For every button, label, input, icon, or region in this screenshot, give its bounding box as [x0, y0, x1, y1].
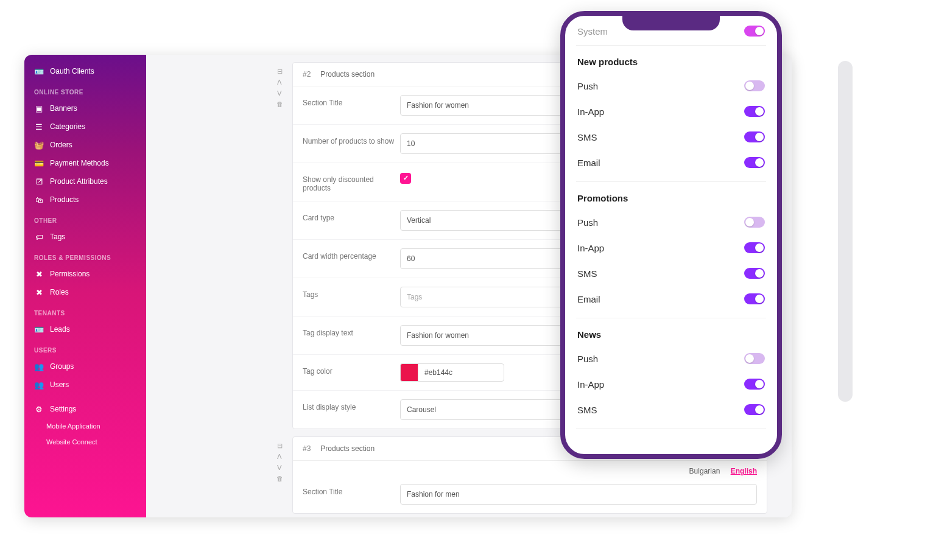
row-label: Push: [577, 217, 598, 228]
row-label: Email: [577, 294, 600, 304]
color-swatch[interactable]: [400, 363, 418, 382]
label: Tag display text: [303, 325, 400, 337]
sidebar-label: Website Connect: [46, 438, 97, 446]
phone-screen: System New products Push In-App SMS Emai…: [565, 16, 777, 459]
sitemap-icon: ⚂: [34, 177, 44, 186]
sidebar-label: Leads: [50, 325, 70, 334]
row-push: Push: [576, 73, 766, 99]
row-sms: SMS: [576, 261, 766, 286]
toggle-sms[interactable]: [744, 268, 765, 279]
sidebar-item-orders[interactable]: 🧺Orders: [24, 136, 146, 154]
sidebar-item-categories[interactable]: ☰Categories: [24, 117, 146, 136]
row-label: Email: [577, 158, 600, 168]
sidebar-item-payment[interactable]: 💳Payment Methods: [24, 154, 146, 172]
toggle-inapp[interactable]: [744, 379, 765, 390]
row-inapp: In-App: [576, 235, 766, 261]
label: Card type: [303, 210, 400, 222]
lang-bulgarian[interactable]: Bulgarian: [689, 467, 720, 475]
toggle-push[interactable]: [744, 353, 765, 364]
sidebar-item-banners[interactable]: ▣Banners: [24, 99, 146, 117]
row-push: Push: [576, 346, 766, 371]
sidebar-item-attributes[interactable]: ⚂Product Attributes: [24, 172, 146, 191]
discounted-checkbox[interactable]: ✓: [400, 173, 411, 184]
section-online-store: ONLINE STORE: [24, 80, 146, 99]
row-email: Email: [576, 150, 766, 175]
label: List display style: [303, 399, 400, 411]
row-label: In-App: [577, 107, 604, 117]
sidebar-label: Products: [50, 195, 79, 204]
sidebar-item-users[interactable]: 👥Users: [24, 376, 146, 394]
toggle-sms[interactable]: [744, 404, 765, 415]
row-label: SMS: [577, 132, 597, 142]
sidebar-item-settings[interactable]: ⚙Settings: [24, 400, 146, 418]
sidebar-item-tags[interactable]: 🏷Tags: [24, 228, 146, 246]
row-label: SMS: [577, 268, 597, 279]
phone-mockup: System New products Push In-App SMS Emai…: [560, 11, 782, 459]
sidebar-label: Oauth Clients: [50, 67, 94, 75]
row-label: Push: [577, 354, 598, 364]
tools-icon: ✖: [34, 287, 44, 297]
collapse-icon[interactable]: ⊟: [273, 66, 286, 76]
section-number: #2: [303, 70, 311, 79]
toggle-push[interactable]: [744, 217, 765, 228]
sidebar-sub-website[interactable]: Website Connect: [24, 434, 146, 450]
toggle-inapp[interactable]: [744, 242, 765, 253]
tag-icon: 🏷: [34, 232, 44, 242]
move-down-icon[interactable]: ᐯ: [273, 463, 286, 472]
sidebar-label: Orders: [50, 141, 72, 149]
toggle-push[interactable]: [744, 80, 765, 91]
sidebar-item-oauth[interactable]: 🪪Oauth Clients: [24, 62, 146, 80]
row-sms: SMS: [576, 397, 766, 422]
delete-icon[interactable]: 🗑: [273, 99, 286, 109]
sidebar-label: Groups: [50, 362, 74, 371]
sidebar-label: Banners: [50, 104, 77, 113]
system-label: System: [577, 26, 608, 37]
sidebar-item-roles[interactable]: ✖Roles: [24, 283, 146, 301]
sidebar-label: Permissions: [50, 270, 90, 278]
move-up-icon[interactable]: ᐱ: [273, 452, 286, 461]
toggle-sms[interactable]: [744, 131, 765, 142]
id-card-icon: 🪪: [34, 66, 44, 76]
bag-icon: 🛍: [34, 195, 44, 205]
toggle-email[interactable]: [744, 293, 765, 304]
section-controls: ⊟ ᐱ ᐯ 🗑: [273, 66, 286, 109]
id-icon: 🪪: [34, 324, 44, 334]
row-label: In-App: [577, 243, 604, 253]
sidebar-item-products[interactable]: 🛍Products: [24, 191, 146, 209]
lang-english[interactable]: English: [731, 467, 757, 475]
system-toggle[interactable]: [744, 26, 765, 37]
section-tenants: TENANTS: [24, 301, 146, 320]
row-email: Email: [576, 286, 766, 312]
section-title-input-3[interactable]: [400, 484, 757, 505]
sidebar-label: Tags: [50, 233, 65, 241]
language-switcher: Bulgarian English: [293, 461, 767, 475]
label: Card width percentage: [303, 248, 400, 261]
move-up-icon[interactable]: ᐱ: [273, 77, 286, 87]
sidebar-item-groups[interactable]: 👥Groups: [24, 357, 146, 376]
sidebar-label: Settings: [50, 405, 76, 413]
sidebar-label: Mobile Application: [46, 422, 100, 430]
sidebar-sub-mobile[interactable]: Mobile Application: [24, 418, 146, 434]
row-inapp: In-App: [576, 99, 766, 124]
label: Section Title: [303, 95, 400, 107]
delete-icon[interactable]: 🗑: [273, 474, 286, 483]
toggle-inapp[interactable]: [744, 106, 765, 117]
row-label: SMS: [577, 405, 597, 415]
toggle-email[interactable]: [744, 157, 765, 168]
label: Number of products to show: [303, 133, 400, 145]
section-number: #3: [303, 444, 311, 453]
sidebar-item-permissions[interactable]: ✖Permissions: [24, 265, 146, 283]
row-section-title-3: Section Title: [293, 475, 767, 513]
move-down-icon[interactable]: ᐯ: [273, 88, 286, 98]
sidebar-label: Payment Methods: [50, 159, 109, 167]
users-icon: 👥: [34, 380, 44, 390]
collapse-icon[interactable]: ⊟: [273, 441, 286, 450]
basket-icon: 🧺: [34, 140, 44, 150]
row-push: Push: [576, 209, 766, 235]
section-title: Products section: [320, 444, 375, 453]
color-hex-input[interactable]: [418, 363, 504, 382]
row-label: Push: [577, 81, 598, 91]
sidebar-item-leads[interactable]: 🪪Leads: [24, 320, 146, 338]
group-new-products: New products Push In-App SMS Email: [576, 46, 766, 182]
card-icon: 💳: [34, 158, 44, 168]
